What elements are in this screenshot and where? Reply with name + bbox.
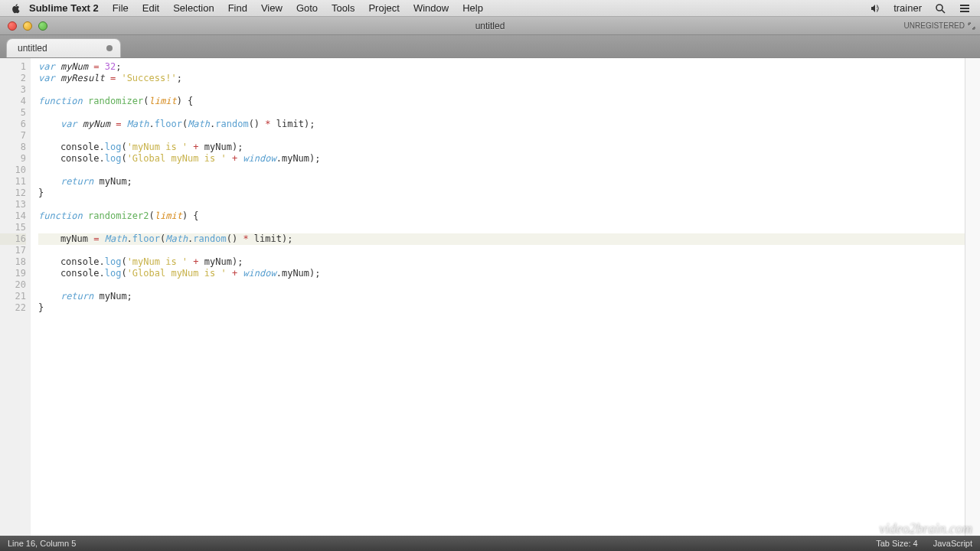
app-name[interactable]: Sublime Text 2	[29, 2, 99, 14]
code-content[interactable]: var myNum = 32;var myResult = 'Success!'…	[31, 58, 965, 536]
menu-file[interactable]: File	[113, 2, 129, 14]
menu-tools[interactable]: Tools	[332, 2, 354, 14]
menu-edit[interactable]: Edit	[142, 2, 159, 14]
spotlight-icon[interactable]	[934, 2, 946, 15]
editor-area[interactable]: 12345678910111213141516171819202122 var …	[0, 58, 980, 536]
tab-size-selector[interactable]: Tab Size: 4	[876, 539, 917, 548]
menu-goto[interactable]: Goto	[296, 2, 318, 14]
registration-badge: UNREGISTERED	[904, 21, 975, 30]
tab-label: untitled	[18, 43, 47, 54]
menu-help[interactable]: Help	[462, 2, 483, 14]
svg-rect-4	[960, 11, 969, 12]
syntax-selector[interactable]: JavaScript	[933, 539, 972, 548]
dirty-indicator-icon	[106, 45, 113, 51]
menu-project[interactable]: Project	[368, 2, 399, 14]
menu-find[interactable]: Find	[228, 2, 247, 14]
svg-rect-2	[960, 5, 969, 6]
minimize-window-button[interactable]	[23, 21, 32, 31]
file-tab[interactable]: untitled	[6, 38, 121, 57]
volume-icon[interactable]	[869, 2, 881, 15]
line-gutter[interactable]: 12345678910111213141516171819202122	[0, 58, 31, 536]
svg-rect-3	[960, 8, 969, 9]
svg-point-0	[936, 5, 942, 11]
status-bar: Line 16, Column 5 Tab Size: 4 JavaScript	[0, 536, 980, 551]
cursor-position[interactable]: Line 16, Column 5	[8, 539, 76, 548]
macos-menubar: Sublime Text 2 FileEditSelectionFindView…	[0, 0, 980, 17]
apple-icon[interactable]	[11, 3, 21, 14]
tab-bar: untitled	[0, 35, 980, 58]
svg-line-1	[942, 10, 945, 13]
menu-window[interactable]: Window	[413, 2, 449, 14]
watermark: video2brain.com	[880, 521, 972, 537]
menu-view[interactable]: View	[261, 2, 283, 14]
menu-extras-icon[interactable]	[959, 2, 971, 15]
menubar-user[interactable]: trainer	[893, 2, 922, 14]
zoom-window-button[interactable]	[38, 21, 47, 31]
expand-icon[interactable]	[968, 22, 975, 30]
minimap[interactable]	[965, 58, 980, 536]
window-titlebar: untitled UNREGISTERED	[0, 17, 980, 35]
close-window-button[interactable]	[8, 21, 17, 31]
window-title: untitled	[475, 21, 505, 31]
menu-selection[interactable]: Selection	[173, 2, 214, 14]
